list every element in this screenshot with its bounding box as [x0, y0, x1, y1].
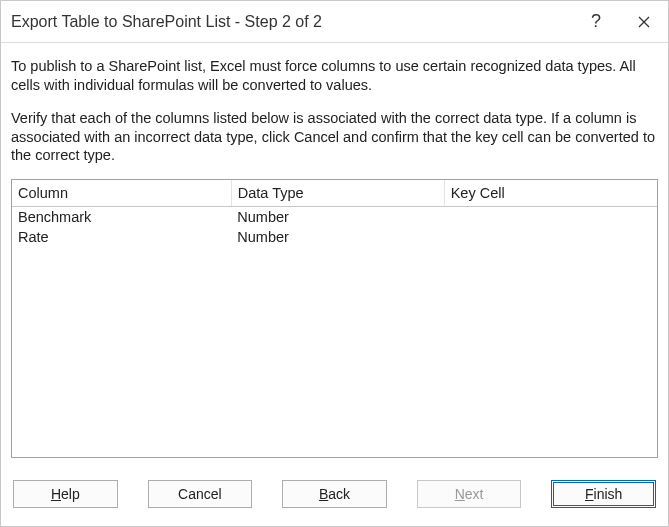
cell-datatype: Number [231, 207, 444, 228]
cell-keycell [444, 227, 657, 247]
dialog-content: To publish to a SharePoint list, Excel m… [1, 43, 668, 468]
header-column[interactable]: Column [12, 180, 231, 207]
help-icon[interactable]: ? [572, 1, 620, 43]
back-button[interactable]: Back [282, 480, 387, 508]
instruction-paragraph-1: To publish to a SharePoint list, Excel m… [11, 57, 658, 95]
export-sharepoint-dialog: Export Table to SharePoint List - Step 2… [0, 0, 669, 527]
columns-table-container: Column Data Type Key Cell Benchmark Numb… [11, 179, 658, 458]
titlebar: Export Table to SharePoint List - Step 2… [1, 1, 668, 43]
columns-table: Column Data Type Key Cell Benchmark Numb… [12, 180, 657, 247]
next-button: Next [417, 480, 522, 508]
header-datatype[interactable]: Data Type [231, 180, 444, 207]
cell-keycell [444, 207, 657, 228]
cell-column: Rate [12, 227, 231, 247]
finish-button[interactable]: Finish [551, 480, 656, 508]
button-bar: Help Cancel Back Next Finish [1, 468, 668, 526]
header-keycell[interactable]: Key Cell [444, 180, 657, 207]
close-icon[interactable] [620, 1, 668, 43]
table-row[interactable]: Benchmark Number [12, 207, 657, 228]
cell-column: Benchmark [12, 207, 231, 228]
table-header-row: Column Data Type Key Cell [12, 180, 657, 207]
cell-datatype: Number [231, 227, 444, 247]
cancel-button[interactable]: Cancel [148, 480, 253, 508]
help-button[interactable]: Help [13, 480, 118, 508]
instruction-paragraph-2: Verify that each of the columns listed b… [11, 109, 658, 166]
table-row[interactable]: Rate Number [12, 227, 657, 247]
dialog-title: Export Table to SharePoint List - Step 2… [11, 13, 572, 31]
